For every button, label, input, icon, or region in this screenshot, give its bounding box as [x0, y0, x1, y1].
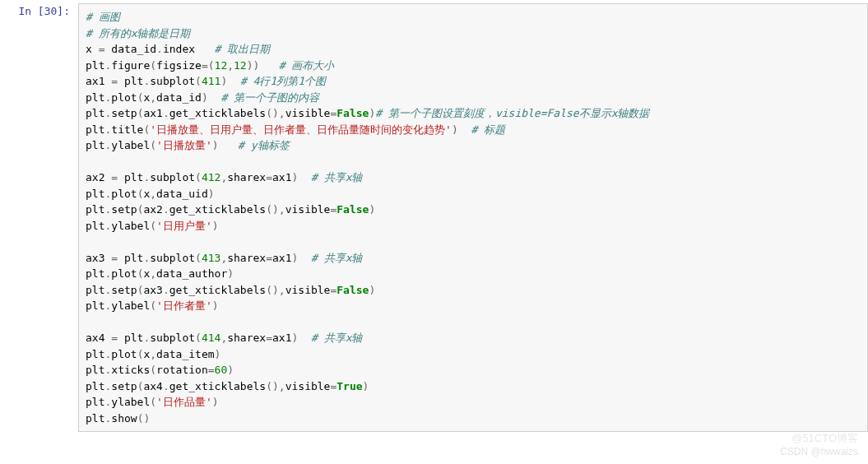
code-token-op: (	[195, 252, 202, 264]
code-content[interactable]: # 画图 # 所有的x轴都是日期 x = data_id.index # 取出日…	[86, 9, 861, 426]
code-token-num: 12	[215, 59, 228, 72]
code-token-n: subplot	[150, 75, 195, 87]
code-token-n: subplot	[150, 171, 195, 183]
code-token-op: ()	[137, 412, 151, 425]
code-token-n: ax2	[86, 171, 111, 183]
code-token-c: # 第一个子图设置刻度，visible=False不显示x轴数据	[375, 107, 649, 119]
code-token-c: # 共享x轴	[311, 332, 362, 344]
code-token-c: # 共享x轴	[311, 252, 362, 264]
code-token-n: plt	[86, 203, 104, 216]
code-token-num: 413	[202, 252, 220, 264]
code-token-op: =	[111, 332, 124, 344]
code-token-n: ax4	[86, 332, 111, 344]
code-token-num: 411	[202, 75, 220, 87]
code-token-n: plt	[86, 348, 104, 360]
code-token-op: (),	[266, 107, 285, 119]
code-token-n: sharex	[227, 171, 266, 183]
code-token-n: ylabel	[111, 396, 150, 408]
code-token-op: =(	[202, 59, 215, 72]
code-token-n: plt	[86, 59, 104, 72]
code-token-kw: False	[337, 107, 369, 119]
code-token-op: )	[215, 348, 221, 360]
code-token-op: =	[99, 43, 112, 55]
code-token-n: ylabel	[111, 299, 150, 312]
code-token-n: ax1	[272, 252, 291, 264]
code-token-op: (	[195, 171, 202, 183]
code-token-c: # 取出日期	[215, 43, 271, 55]
code-token-op: =	[111, 75, 124, 87]
code-token-n: subplot	[150, 332, 195, 344]
code-token-n: ax3	[143, 284, 162, 296]
code-token-op: (	[150, 299, 156, 312]
watermark-csdn: CSDN @hwwaizs	[780, 444, 858, 459]
code-token-n: plot	[111, 91, 137, 104]
code-token-num: 60	[215, 364, 228, 376]
code-token-op: ,	[227, 59, 234, 72]
code-token-n: plt	[86, 220, 104, 232]
code-token-n: get_xticklabels	[169, 380, 266, 392]
code-token-n: show	[111, 412, 137, 425]
code-token-op: ))	[247, 59, 279, 72]
code-comment: # 画图	[86, 11, 120, 23]
code-token-c: # 第一个子图的内容	[220, 91, 319, 104]
code-token-op: (	[195, 332, 202, 344]
code-token-n: ax1	[272, 332, 291, 344]
code-token-op: )	[212, 396, 219, 408]
code-token-n: setp	[111, 107, 137, 119]
code-token-n: plt	[86, 107, 104, 119]
code-token-n: plt	[86, 188, 104, 200]
code-token-op: )	[292, 332, 311, 344]
code-token-op: =	[266, 171, 272, 183]
code-token-n: title	[111, 123, 143, 136]
code-token-op: =	[111, 252, 124, 264]
code-token-n: visible	[285, 203, 331, 216]
code-token-n: ylabel	[111, 139, 150, 151]
code-token-n: ax4	[143, 380, 162, 392]
code-token-op: ,	[150, 267, 156, 280]
code-token-op: .	[163, 284, 169, 296]
code-token-n: plt	[86, 364, 104, 376]
code-token-n: get_xticklabels	[169, 284, 266, 296]
code-token-op: )	[292, 171, 311, 183]
code-input-area[interactable]: # 画图 # 所有的x轴都是日期 x = data_id.index # 取出日…	[78, 3, 868, 432]
code-token-n: setp	[111, 284, 137, 296]
code-token-op: )	[452, 123, 471, 136]
code-token-n: ax1	[272, 171, 291, 183]
code-token-n: figure	[111, 59, 150, 72]
code-token-op: )	[369, 284, 375, 296]
code-token-op: )	[227, 364, 234, 376]
code-token-op: (	[195, 75, 202, 87]
code-token-n: figsize	[156, 59, 202, 72]
code-token-op: =	[266, 332, 272, 344]
code-token-op: ,	[150, 188, 156, 200]
code-token-n: get_xticklabels	[169, 203, 266, 216]
code-token-n: plot	[111, 188, 137, 200]
code-token-op: .	[163, 107, 169, 119]
code-token-n: subplot	[150, 252, 195, 264]
code-token-op: ,	[150, 91, 156, 104]
code-token-str: '日作者量'	[156, 299, 212, 312]
code-token-op: .	[156, 43, 163, 55]
code-token-op: (	[150, 220, 156, 232]
code-token-num: 414	[202, 332, 220, 344]
code-token-op: )	[202, 91, 220, 104]
code-token-n: sharex	[227, 252, 266, 264]
code-token-op: )	[212, 139, 238, 151]
code-token-n: plt	[124, 75, 143, 87]
code-token-num: 412	[202, 171, 220, 183]
code-cell: In [30]: # 画图 # 所有的x轴都是日期 x = data_id.in…	[0, 0, 868, 432]
code-token-n: ylabel	[111, 220, 150, 232]
code-comment: # 所有的x轴都是日期	[86, 27, 190, 39]
code-token-op: (),	[266, 380, 285, 392]
code-token-n: plt	[86, 284, 104, 296]
code-token-op: )	[212, 220, 219, 232]
code-token-c: # 标题	[471, 123, 505, 136]
code-token-n: ax3	[86, 252, 111, 264]
code-token-op: .	[163, 203, 169, 216]
code-token-str: '日播放量、日用户量、日作者量、日作品量随时间的变化趋势'	[150, 123, 452, 136]
code-token-op: )	[369, 203, 375, 216]
code-token-n: plt	[86, 267, 104, 280]
code-token-c: # 画布大小	[279, 59, 335, 72]
code-token-n: plt	[124, 332, 143, 344]
code-token-n: plt	[86, 412, 104, 425]
